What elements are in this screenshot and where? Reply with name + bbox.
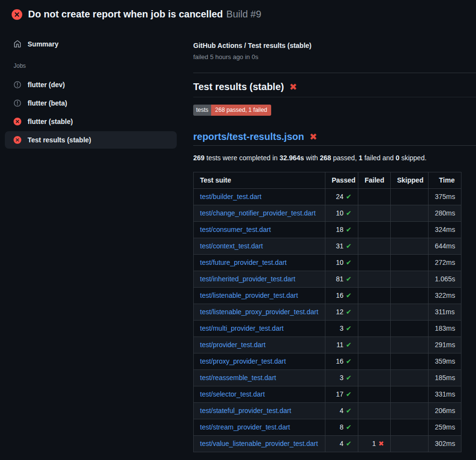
time-cell: 280ms bbox=[429, 205, 461, 222]
main-content: GitHub Actions / Test results (stable) f… bbox=[182, 26, 476, 452]
failed-cell bbox=[358, 205, 391, 222]
sidebar-job-flutter-stable[interactable]: flutter (stable) bbox=[5, 113, 177, 130]
section-divider bbox=[193, 73, 476, 73]
suite-link[interactable]: test/listenable_proxy_provider_test.dart bbox=[200, 308, 318, 316]
suite-cell: test/stateful_provider_test.dart bbox=[194, 403, 325, 419]
suite-cell: test/provider_test.dart bbox=[194, 337, 325, 353]
passed-cell: 4✔ bbox=[325, 436, 358, 452]
failed-cell bbox=[358, 386, 391, 403]
failed-cell bbox=[358, 288, 391, 304]
build-number: Build #9 bbox=[226, 9, 261, 19]
passed-cell: 12✔ bbox=[325, 304, 358, 321]
time-cell: 311ms bbox=[429, 304, 461, 321]
passed-cell: 18✔ bbox=[325, 222, 358, 238]
check-icon: ✔ bbox=[346, 324, 352, 332]
suite-cell: test/builder_test.dart bbox=[194, 189, 325, 205]
time-cell: 291ms bbox=[429, 337, 461, 353]
run-status-line: failed 5 hours ago in 0s bbox=[193, 53, 476, 61]
check-icon: ✔ bbox=[346, 226, 352, 233]
passed-cell: 3✔ bbox=[325, 321, 358, 337]
check-icon: ✔ bbox=[346, 374, 352, 382]
time-cell: 375ms bbox=[429, 189, 461, 205]
check-icon: ✔ bbox=[346, 440, 352, 447]
suite-cell: test/reassemble_test.dart bbox=[194, 370, 325, 386]
passed-cell: 4✔ bbox=[325, 403, 358, 419]
suite-link[interactable]: test/stream_provider_test.dart bbox=[200, 423, 290, 431]
x-icon: ✖ bbox=[378, 440, 384, 447]
breadcrumb: GitHub Actions / Test results (stable) bbox=[193, 41, 476, 50]
check-icon: ✔ bbox=[346, 308, 352, 316]
alert-circle-icon bbox=[14, 81, 21, 89]
suite-link[interactable]: test/context_test.dart bbox=[200, 242, 263, 250]
check-icon: ✔ bbox=[346, 291, 352, 299]
column-header-test-suite: Test suite bbox=[194, 172, 325, 189]
failed-cell bbox=[358, 222, 391, 238]
passed-cell: 10✔ bbox=[325, 255, 358, 271]
check-icon: ✔ bbox=[346, 193, 352, 200]
badge-label: tests bbox=[193, 105, 211, 116]
suite-link[interactable]: test/consumer_test.dart bbox=[200, 226, 271, 233]
passed-cell: 16✔ bbox=[325, 288, 358, 304]
suite-link[interactable]: test/listenable_provider_test.dart bbox=[200, 291, 298, 299]
passed-cell: 24✔ bbox=[325, 189, 358, 205]
table-row: test/stream_provider_test.dart8✔259ms bbox=[194, 419, 461, 436]
passed-cell: 81✔ bbox=[325, 271, 358, 288]
job-label: Test results (stable) bbox=[28, 136, 91, 144]
suite-link[interactable]: test/selector_test.dart bbox=[200, 390, 265, 398]
column-header-time: Time bbox=[429, 172, 461, 189]
sidebar-job-flutter-beta[interactable]: flutter (beta) bbox=[5, 94, 177, 112]
skipped-cell bbox=[391, 419, 429, 436]
failed-cell bbox=[358, 337, 391, 353]
report-file-link[interactable]: reports/test-results.json bbox=[193, 130, 304, 143]
report-file-heading: reports/test-results.json ✖ bbox=[193, 130, 476, 146]
skipped-cell bbox=[391, 386, 429, 403]
suite-link[interactable]: test/change_notifier_provider_test.dart bbox=[200, 209, 316, 217]
time-cell: 206ms bbox=[429, 403, 461, 419]
failed-cell bbox=[358, 304, 391, 321]
failed-cell bbox=[358, 321, 391, 337]
column-header-failed: Failed bbox=[358, 172, 391, 189]
suite-link[interactable]: test/builder_test.dart bbox=[200, 193, 261, 200]
job-label: flutter (dev) bbox=[28, 81, 65, 89]
time-cell: 331ms bbox=[429, 386, 461, 403]
check-icon: ✔ bbox=[346, 423, 352, 431]
sidebar-item-summary[interactable]: Summary bbox=[5, 35, 177, 53]
x-emoji-icon: ✖ bbox=[289, 82, 297, 92]
sidebar-job-test-results-stable[interactable]: Test results (stable) bbox=[5, 131, 177, 149]
skipped-cell bbox=[391, 436, 429, 452]
suite-cell: test/listenable_proxy_provider_test.dart bbox=[194, 304, 325, 321]
time-cell: 302ms bbox=[429, 436, 461, 452]
suite-link[interactable]: test/value_listenable_provider_test.dart bbox=[200, 440, 318, 447]
suite-link[interactable]: test/stateful_provider_test.dart bbox=[200, 407, 291, 414]
table-row: test/consumer_test.dart18✔324ms bbox=[194, 222, 461, 238]
table-row: test/listenable_proxy_provider_test.dart… bbox=[194, 304, 461, 321]
passed-cell: 16✔ bbox=[325, 353, 358, 370]
check-icon: ✔ bbox=[346, 341, 352, 349]
skipped-cell bbox=[391, 337, 429, 353]
run-title: Do not create report when job is cancell… bbox=[28, 9, 223, 19]
check-icon: ✔ bbox=[346, 390, 352, 398]
table-header-row: Test suitePassedFailedSkippedTime bbox=[194, 172, 461, 189]
time-cell: 359ms bbox=[429, 353, 461, 370]
suite-link[interactable]: test/proxy_provider_test.dart bbox=[200, 357, 286, 365]
skipped-cell bbox=[391, 205, 429, 222]
suite-link[interactable]: test/reassemble_test.dart bbox=[200, 374, 276, 382]
failed-cell bbox=[358, 238, 391, 255]
sidebar: Summary Jobs flutter (dev)flutter (beta)… bbox=[0, 26, 182, 150]
suite-link[interactable]: test/multi_provider_test.dart bbox=[200, 324, 284, 332]
tests-summary-text: 269 tests were completed in 32.964s with… bbox=[193, 153, 476, 163]
suite-cell: test/selector_test.dart bbox=[194, 386, 325, 403]
table-row: test/reassemble_test.dart3✔185ms bbox=[194, 370, 461, 386]
table-row: test/listenable_provider_test.dart16✔322… bbox=[194, 288, 461, 304]
tests-badge: tests 268 passed, 1 failed bbox=[193, 105, 271, 116]
table-row: test/future_provider_test.dart10✔272ms bbox=[194, 255, 461, 271]
suite-link[interactable]: test/provider_test.dart bbox=[200, 341, 265, 349]
suite-link[interactable]: test/future_provider_test.dart bbox=[200, 259, 287, 266]
table-row: test/context_test.dart31✔644ms bbox=[194, 238, 461, 255]
table-row: test/inherited_provider_test.dart81✔1.06… bbox=[194, 271, 461, 288]
suite-cell: test/context_test.dart bbox=[194, 238, 325, 255]
suite-cell: test/proxy_provider_test.dart bbox=[194, 353, 325, 370]
skipped-cell bbox=[391, 271, 429, 288]
suite-link[interactable]: test/inherited_provider_test.dart bbox=[200, 275, 295, 283]
sidebar-job-flutter-dev[interactable]: flutter (dev) bbox=[5, 76, 177, 93]
